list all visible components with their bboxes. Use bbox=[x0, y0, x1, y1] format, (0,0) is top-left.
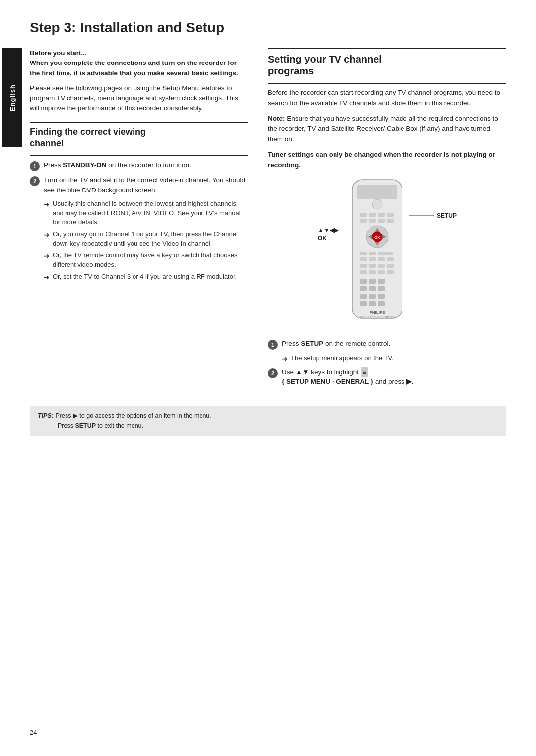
sub-item-1-text: Usually this channel is between the lowe… bbox=[53, 199, 248, 228]
remote-illustration: OK bbox=[268, 177, 506, 331]
right-divider-2 bbox=[268, 83, 506, 84]
arrows-label: ▲▼◀▶ bbox=[318, 227, 338, 234]
svg-rect-6 bbox=[387, 213, 394, 217]
tips-box: TIPS: Press ▶ to go access the options o… bbox=[30, 406, 506, 436]
setup-label-container: SETUP bbox=[409, 211, 457, 221]
svg-rect-39 bbox=[360, 294, 367, 299]
step-num-2: 2 bbox=[30, 176, 40, 186]
svg-rect-31 bbox=[378, 270, 385, 274]
step-1-content: Press STANDBY-ON on the recorder to turn… bbox=[44, 160, 248, 170]
svg-rect-35 bbox=[378, 279, 385, 284]
svg-rect-4 bbox=[369, 213, 376, 217]
tips-line-1: Press ▶ to go access the options of an i… bbox=[55, 412, 211, 419]
svg-rect-5 bbox=[378, 213, 385, 217]
svg-rect-42 bbox=[360, 301, 367, 306]
sub-item-3: ➜ Or, the TV remote control may have a k… bbox=[44, 251, 248, 270]
tips-line-2: Press SETUP to exit the menu. bbox=[38, 422, 143, 429]
svg-text:PHILIPS: PHILIPS bbox=[369, 310, 385, 315]
left-section-title: Finding the correct viewingchannel bbox=[30, 126, 248, 150]
right-sub-1: ➜ The setup menu appears on the TV. bbox=[282, 354, 506, 364]
right-step-num-1: 1 bbox=[268, 340, 278, 350]
svg-rect-25 bbox=[360, 264, 367, 268]
right-sub-1-text: The setup menu appears on the TV. bbox=[291, 354, 394, 363]
svg-rect-9 bbox=[378, 219, 385, 223]
sub-item-3-text: Or, the TV remote control may have a key… bbox=[53, 251, 248, 270]
ok-arrows-labels: ▲▼◀▶ OK bbox=[318, 227, 338, 242]
before-start-bold: Before you start... When you complete th… bbox=[30, 48, 248, 78]
svg-rect-10 bbox=[387, 219, 394, 223]
svg-rect-27 bbox=[378, 264, 385, 268]
before-start-normal: Please see the following pages on using … bbox=[30, 83, 248, 114]
svg-rect-21 bbox=[360, 257, 367, 261]
right-step-num-2: 2 bbox=[268, 368, 278, 378]
svg-rect-41 bbox=[378, 294, 385, 299]
svg-rect-44 bbox=[378, 301, 385, 306]
english-tab: English bbox=[2, 48, 22, 147]
svg-rect-37 bbox=[369, 286, 376, 291]
setup-line-svg bbox=[409, 211, 437, 221]
left-column: English Before you start... When you com… bbox=[30, 48, 248, 391]
svg-rect-8 bbox=[369, 219, 376, 223]
svg-rect-24 bbox=[387, 257, 394, 261]
left-steps: 1 Press STANDBY-ON on the recorder to tu… bbox=[30, 160, 248, 282]
svg-rect-32 bbox=[387, 270, 394, 274]
left-step-2: 2 Turn on the TV and set it to the corre… bbox=[30, 175, 248, 195]
svg-rect-38 bbox=[378, 286, 385, 291]
tuner-note: Tuner settings can only be changed when … bbox=[268, 150, 506, 171]
menu-icon: ≡ bbox=[361, 367, 368, 377]
svg-rect-1 bbox=[357, 185, 397, 199]
page-title: Step 3: Installation and Setup bbox=[30, 20, 506, 38]
sub-item-4: ➜ Or, set the TV to Channel 3 or 4 if yo… bbox=[44, 272, 248, 282]
before-start-section: Before you start... When you complete th… bbox=[30, 48, 248, 114]
svg-rect-29 bbox=[360, 270, 367, 274]
svg-rect-43 bbox=[369, 301, 376, 306]
svg-rect-22 bbox=[369, 257, 376, 261]
svg-point-2 bbox=[372, 199, 382, 209]
sub-item-4-text: Or, set the TV to Channel 3 or 4 if you … bbox=[53, 272, 237, 282]
tips-label: TIPS: bbox=[38, 412, 54, 419]
svg-rect-30 bbox=[369, 270, 376, 274]
divider-2 bbox=[30, 155, 248, 156]
right-step-2-content: Use ▲▼ keys to highlight ≡ { SETUP MENU … bbox=[282, 367, 506, 387]
page-number: 24 bbox=[30, 729, 37, 736]
setup-label: SETUP bbox=[437, 212, 457, 219]
arrow-4: ➜ bbox=[44, 272, 50, 282]
svg-rect-40 bbox=[369, 294, 376, 299]
sub-item-2-text: Or, you may go to Channel 1 on your TV, … bbox=[53, 230, 248, 249]
right-section-title: Setting your TV channelprograms bbox=[268, 53, 506, 77]
right-step-2: 2 Use ▲▼ keys to highlight ≡ { SETUP MEN… bbox=[268, 367, 506, 387]
svg-rect-28 bbox=[387, 264, 394, 268]
right-arrow-1: ➜ bbox=[282, 354, 288, 364]
main-content: English Before you start... When you com… bbox=[30, 48, 506, 391]
step-2-content: Turn on the TV and set it to the correct… bbox=[44, 175, 248, 195]
ok-label: OK bbox=[318, 235, 338, 242]
sub-item-1: ➜ Usually this channel is between the lo… bbox=[44, 199, 248, 228]
left-step-1: 1 Press STANDBY-ON on the recorder to tu… bbox=[30, 160, 248, 171]
right-column: Setting your TV channelprograms Before t… bbox=[268, 48, 506, 391]
svg-rect-36 bbox=[360, 286, 367, 291]
sub-item-2: ➜ Or, you may go to Channel 1 on your TV… bbox=[44, 230, 248, 249]
svg-rect-26 bbox=[369, 264, 376, 268]
svg-rect-7 bbox=[360, 219, 367, 223]
svg-text:OK: OK bbox=[374, 235, 380, 240]
svg-rect-3 bbox=[360, 213, 367, 217]
right-divider-top bbox=[268, 48, 506, 49]
note-text: Note: Ensure that you have successfully … bbox=[268, 114, 506, 145]
arrow-1: ➜ bbox=[44, 199, 50, 209]
svg-rect-19 bbox=[369, 252, 376, 255]
right-steps: 1 Press SETUP on the remote control. ➜ T… bbox=[268, 339, 506, 387]
right-step-1-content: Press SETUP on the remote control. bbox=[282, 339, 506, 349]
arrow-3: ➜ bbox=[44, 251, 50, 261]
right-step-1: 1 Press SETUP on the remote control. bbox=[268, 339, 506, 350]
remote-svg: OK bbox=[337, 177, 417, 326]
svg-rect-18 bbox=[360, 252, 367, 255]
step-num-1: 1 bbox=[30, 161, 40, 171]
svg-rect-33 bbox=[360, 279, 367, 284]
svg-rect-34 bbox=[369, 279, 376, 284]
svg-text:HDD & DVD RECORDER: HDD & DVD RECORDER bbox=[360, 316, 395, 319]
right-step-list: 1 Press SETUP on the remote control. ➜ T… bbox=[268, 339, 506, 387]
divider-1 bbox=[30, 122, 248, 123]
svg-rect-20 bbox=[378, 252, 393, 255]
right-intro-text: Before the recorder can start recording … bbox=[268, 88, 506, 109]
svg-rect-23 bbox=[378, 257, 385, 261]
